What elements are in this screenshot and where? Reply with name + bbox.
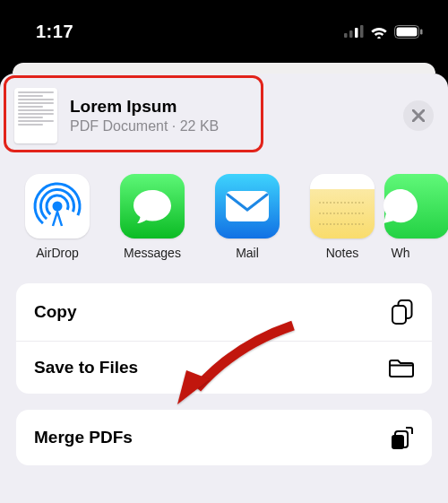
mail-app-icon [215, 174, 280, 238]
action-merge-pdfs[interactable]: Merge PDFs [16, 410, 432, 465]
document-thumbnail [14, 88, 57, 143]
action-save-to-files[interactable]: Save to Files [16, 342, 432, 394]
document-title: Lorem Ipsum [70, 97, 391, 117]
svg-rect-3 [360, 25, 364, 38]
clock: 1:17 [36, 22, 73, 42]
activity-notes[interactable]: Notes [308, 174, 376, 260]
notes-app-icon [310, 174, 375, 238]
svg-rect-16 [392, 306, 406, 324]
svg-rect-2 [355, 28, 358, 38]
close-icon [412, 109, 425, 122]
activity-mail[interactable]: Mail [213, 174, 281, 260]
share-sheet: Lorem Ipsum PDF Document · 22 KB [0, 74, 448, 503]
activity-label: Wh [392, 246, 410, 260]
activity-row[interactable]: AirDrop Messages Mail [0, 158, 448, 274]
svg-rect-6 [420, 29, 423, 34]
document-subtitle: PDF Document · 22 KB [70, 118, 391, 134]
document-header: Lorem Ipsum PDF Document · 22 KB [0, 79, 448, 158]
activity-airdrop[interactable]: AirDrop [23, 174, 91, 260]
close-button[interactable] [403, 100, 434, 131]
whatsapp-app-icon [384, 174, 448, 238]
activity-label: Notes [326, 246, 359, 260]
cellular-icon [344, 25, 364, 38]
svg-rect-5 [397, 27, 418, 36]
wifi-icon [369, 24, 389, 39]
action-copy[interactable]: Copy [16, 283, 432, 342]
activity-label: Messages [124, 246, 181, 260]
device-frame: 1:17 Lorem Ipsum PDF Document · 22 KB [0, 0, 448, 503]
activity-whatsapp[interactable]: Wh [403, 174, 430, 260]
background-sheet-peek [13, 63, 435, 74]
activity-label: Mail [236, 246, 259, 260]
merge-icon [391, 426, 414, 449]
mail-icon [224, 189, 271, 223]
messages-app-icon [120, 174, 185, 238]
activity-label: AirDrop [36, 246, 78, 260]
airdrop-app-icon [25, 174, 90, 238]
svg-rect-11 [226, 191, 269, 221]
action-list-primary: Copy Save to Files [16, 283, 432, 394]
svg-rect-0 [344, 33, 348, 38]
folder-icon [389, 358, 414, 377]
battery-icon [394, 25, 423, 39]
status-icons [344, 24, 423, 39]
action-label: Save to Files [34, 358, 138, 377]
notes-icon [310, 174, 375, 238]
svg-rect-1 [349, 30, 353, 38]
action-list-secondary: Merge PDFs [16, 410, 432, 465]
action-label: Copy [34, 302, 77, 322]
messages-icon [131, 186, 174, 226]
airdrop-icon [32, 181, 82, 231]
activity-messages[interactable]: Messages [118, 174, 186, 260]
svg-rect-19 [392, 435, 404, 449]
action-label: Merge PDFs [34, 428, 133, 447]
copy-icon [391, 299, 414, 325]
svg-point-10 [53, 202, 63, 212]
whatsapp-icon [380, 186, 421, 227]
status-bar: 1:17 [0, 0, 448, 63]
